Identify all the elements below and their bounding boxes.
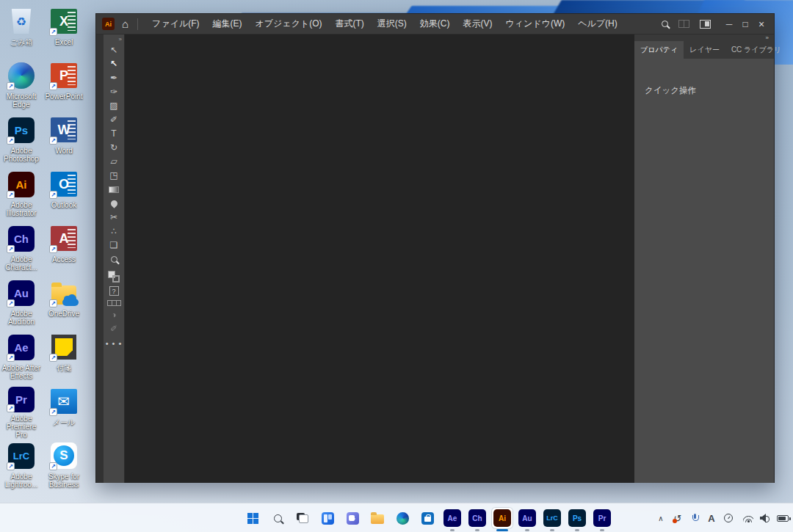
desktop-icon-powerpoint[interactable]: P↗PowerPoint [43,59,85,113]
ime-mode-indicator[interactable]: A [706,509,717,527]
document-canvas[interactable] [124,34,636,483]
desktop-icon-mail[interactable]: ✉↗メール [43,385,85,439]
battery-icon[interactable] [777,509,789,527]
taskbar-chat-button[interactable] [342,508,363,528]
app-body: » ↖↖✒✑▨✐T↻▱◳✂∴❏?◑✐• • • » プロパティレイヤーCC ライ… [96,34,774,483]
panel-tab-プロパティ[interactable]: プロパティ [634,41,684,59]
scissors-tool-icon[interactable]: ✂ [105,211,123,225]
menu-item-7[interactable]: 表示(V) [457,14,499,34]
taskbar-start-button[interactable] [242,508,263,528]
menu-item-6[interactable]: 効果(C) [413,14,457,34]
quick-actions-label: クイック操作 [645,85,764,96]
recorder-glyph: ↺ [674,514,682,523]
microphone-icon[interactable] [689,509,700,527]
desktop-icon-label: PowerPoint [45,92,82,101]
direct-selection-tool-icon[interactable]: ↖ [105,57,123,71]
microsoft-edge-icon: ↗ [7,61,36,90]
maximize-button[interactable]: □ [737,15,753,34]
taskbar-search-button[interactable] [267,508,288,528]
menu-item-3[interactable]: オブジェクト(O) [249,14,329,34]
taskbar-photoshop-button[interactable]: Ps [567,508,587,528]
zoom-tool-icon[interactable] [105,252,123,266]
screen-recorder-icon[interactable]: ↺ [673,509,683,527]
taskbar-audition-button[interactable]: Au [517,508,537,528]
adobe-lightroom-classic-icon: LrC↗ [7,441,36,470]
wifi-icon[interactable] [743,509,753,527]
gradient-tool-icon[interactable] [105,183,123,197]
close-button[interactable]: × [753,15,770,34]
running-indicator [550,529,554,531]
menu-item-5[interactable]: 選択(S) [371,14,413,34]
desktop-icon-adobe-character-animator[interactable]: Ch↗Adobe Charact... [0,222,43,276]
taskbar-after-effects-button[interactable]: Ae [442,508,463,528]
taskbar-widgets-button[interactable] [317,508,338,528]
desktop-icon-microsoft-edge[interactable]: ↗Microsoft Edge [0,59,43,113]
menu-item-9[interactable]: ヘルプ(H) [571,14,624,34]
desktop-icon-adobe-illustrator[interactable]: Ai↗Adobe Illustrator [0,167,43,222]
color-fill-indicator[interactable]: ? [109,286,119,296]
desktop-icon-outlook[interactable]: O↗Outlook [43,167,85,222]
desktop-icon-adobe-after-effects[interactable]: Ae↗Adobe After Effects [0,330,43,385]
more-tools-button[interactable]: • • • [106,339,123,348]
panel-tab-CC ライブラリ[interactable]: CC ライブラリ [725,41,787,59]
desktop-icon-access[interactable]: A↗Access [43,222,85,276]
home-icon[interactable]: ⌂ [122,18,128,29]
desktop-icon-adobe-audition[interactable]: Au↗Adobe Audition [0,276,43,330]
menu-item-1[interactable]: ファイル(F) [145,14,206,34]
taskbar-task-view-button[interactable] [292,508,313,528]
artboard-tool-icon[interactable]: ❏ [105,238,123,252]
clock-icon[interactable] [723,509,734,527]
window-controls: ─ □ × [721,15,770,34]
taskbar-store-button[interactable] [417,508,438,528]
drawing-modes-icon[interactable] [107,300,121,306]
eyedropper-tool-icon[interactable] [105,197,123,211]
rectangle-tool-icon[interactable]: ▨ [105,99,123,113]
excel-icon: X↗ [49,7,79,36]
shape-builder-tool-icon[interactable]: ◳ [105,169,123,183]
taskbar-character-animator-button[interactable]: Ch [467,508,488,528]
taskbar-lightroom-classic-button[interactable]: LrC [542,508,562,528]
taskbar-edge-button[interactable] [392,508,413,528]
menu-item-4[interactable]: 書式(T) [329,14,371,34]
volume-icon[interactable] [760,509,770,527]
workspace-switcher-icon[interactable] [700,20,711,29]
panel-top-bar: » [634,34,774,41]
selection-tool-icon[interactable]: ↖ [105,43,123,57]
edit-toolbar-icon[interactable]: ✐ [105,322,123,336]
desktop-icon-sticky-notes[interactable]: ↗付箋 [43,330,85,385]
toolbar-collapse-icon[interactable]: » [119,36,124,43]
desktop-icon-label: ごみ箱 [10,38,32,46]
fill-stroke-swatches-icon[interactable] [108,271,120,283]
minimize-button[interactable]: ─ [721,15,737,34]
desktop-icon-word[interactable]: W↗Word [43,113,85,167]
type-tool-icon[interactable]: T [105,127,123,141]
paintbrush-tool-icon[interactable]: ✐ [105,113,123,127]
desktop-icon-onedrive[interactable]: ↗OneDrive [43,276,85,330]
menu-item-8[interactable]: ウィンドウ(W) [499,14,572,34]
desktop-icon-adobe-photoshop[interactable]: Ps↗Adobe Photoshop [0,113,43,167]
desktop-icon-grid: ♻ごみ箱X↗Excel↗Microsoft EdgeP↗PowerPointPs… [0,4,87,493]
panel-tab-レイヤー[interactable]: レイヤー [684,41,725,59]
running-indicator [525,529,529,531]
desktop-icon-excel[interactable]: X↗Excel [43,4,85,59]
desktop-icon-adobe-premiere-pro[interactable]: Pr↗Adobe Premiere Pro [0,385,43,439]
desktop-icon-recycle-bin[interactable]: ♻ごみ箱 [0,4,43,59]
hidden-icons-chevron-icon[interactable]: ∧ [656,509,666,527]
search-icon[interactable] [662,21,668,27]
curvature-tool-icon[interactable]: ✑ [105,85,123,99]
rotate-tool-icon[interactable]: ↻ [105,141,123,155]
eraser-tool-icon[interactable]: ▱ [105,155,123,169]
desktop-icon-skype-for-business[interactable]: S↗Skype for Business [43,439,85,493]
skype-for-business-icon: S↗ [49,441,79,470]
symbol-sprayer-tool-icon[interactable]: ∴ [105,225,123,238]
taskbar-premiere-pro-button[interactable]: Pr [592,508,612,528]
pen-tool-icon[interactable]: ✒ [105,71,123,85]
taskbar-file-explorer-button[interactable] [367,508,388,528]
taskbar-illustrator-button[interactable]: Ai [492,508,513,528]
panel-collapse-icon[interactable]: » [766,34,774,41]
desktop-icon-adobe-lightroom-classic[interactable]: LrC↗Adobe Lightroo... [0,439,43,493]
arrange-documents-icon[interactable] [678,20,689,28]
screen-mode-icon[interactable]: ◑ [105,308,123,322]
menu-item-2[interactable]: 編集(E) [206,14,249,34]
desktop-icon-label: Excel [55,38,73,46]
